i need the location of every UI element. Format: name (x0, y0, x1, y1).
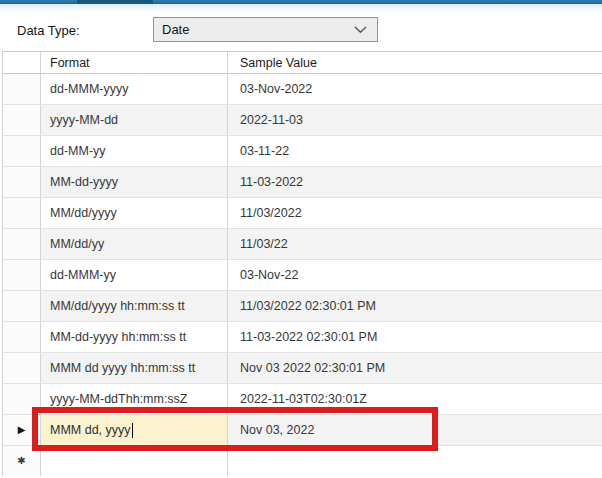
table-row[interactable]: dd-MMM-yy 03-Nov-22 (3, 260, 602, 291)
table-row[interactable]: ▶ MMM dd, yyyy Nov 03, 2022 (3, 415, 602, 446)
table-row[interactable]: MM-dd-yyyy 11-03-2022 (3, 167, 602, 198)
format-cell[interactable]: MM-dd-yyyy (41, 167, 228, 197)
table-row[interactable]: yyyy-MM-dd 2022-11-03 (3, 105, 602, 136)
format-cell[interactable]: MM/dd/yyyy (41, 198, 228, 228)
format-cell-text: MM-dd-yyyy hh:mm:ss tt (50, 330, 186, 344)
sample-value-cell[interactable] (228, 446, 602, 476)
row-header-cell[interactable]: ▶ (3, 415, 41, 445)
sample-value-cell[interactable]: 2022-11-03 (228, 105, 602, 135)
sample-value-cell[interactable]: 03-Nov-2022 (228, 74, 602, 104)
sample-value-cell[interactable]: 11/03/22 (228, 229, 602, 259)
row-header-cell[interactable] (3, 291, 41, 321)
format-cell-text: yyyy-MM-dd (50, 113, 118, 127)
sample-value-cell[interactable]: 11-03-2022 (228, 167, 602, 197)
row-header-cell[interactable] (3, 384, 41, 414)
current-row-icon: ▶ (18, 425, 26, 435)
row-header-cell[interactable] (3, 322, 41, 352)
format-cell[interactable]: dd-MM-yy (41, 136, 228, 166)
format-cell-text: yyyy-MM-ddThh:mm:ssZ (50, 392, 188, 406)
format-cell[interactable]: MMM dd yyyy hh:mm:ss tt (41, 353, 228, 383)
table-row[interactable]: MMM dd yyyy hh:mm:ss tt Nov 03 2022 02:3… (3, 353, 602, 384)
column-header-format[interactable]: Format (41, 52, 228, 73)
format-cell-text: MM/dd/yyyy hh:mm:ss tt (50, 299, 185, 313)
column-header-corner[interactable] (3, 52, 41, 73)
table-row[interactable]: dd-MM-yy 03-11-22 (3, 136, 602, 167)
sample-value-cell[interactable]: 11/03/2022 02:30:01 PM (228, 291, 602, 321)
table-row[interactable]: MM/dd/yyyy hh:mm:ss tt 11/03/2022 02:30:… (3, 291, 602, 322)
format-cell-text: MM/dd/yy (50, 237, 104, 251)
sample-value-cell[interactable]: 2022-11-03T02:30:01Z (228, 384, 602, 414)
format-cell-text: MM-dd-yyyy (50, 175, 118, 189)
format-cell[interactable]: dd-MMM-yy (41, 260, 228, 290)
sample-value-cell[interactable]: 11-03-2022 02:30:01 PM (228, 322, 602, 352)
chevron-down-icon (354, 26, 367, 34)
sample-value-cell[interactable]: 03-Nov-22 (228, 260, 602, 290)
row-header-cell[interactable]: ✱ (3, 446, 41, 476)
grid-header-row: Format Sample Value (3, 51, 602, 74)
format-cell-text: dd-MM-yy (50, 144, 106, 158)
row-header-cell[interactable] (3, 260, 41, 290)
format-cell[interactable]: yyyy-MM-ddThh:mm:ssZ (41, 384, 228, 414)
format-cell-text: MMM dd yyyy hh:mm:ss tt (50, 361, 195, 375)
table-row[interactable]: MM/dd/yy 11/03/22 (3, 229, 602, 260)
data-type-dropdown[interactable]: Date (153, 17, 378, 42)
format-cell[interactable] (41, 446, 228, 476)
format-cell-text: MM/dd/yyyy (50, 206, 117, 220)
sample-value-cell[interactable]: Nov 03, 2022 (228, 415, 602, 445)
data-type-label: Data Type: (17, 23, 80, 38)
format-cell[interactable]: MM-dd-yyyy hh:mm:ss tt (41, 322, 228, 352)
row-header-cell[interactable] (3, 198, 41, 228)
sample-value-cell[interactable]: 03-11-22 (228, 136, 602, 166)
format-cell-text: dd-MMM-yyyy (50, 82, 128, 96)
row-header-cell[interactable] (3, 105, 41, 135)
format-grid: Format Sample Value dd-MMM-yyyy 03-Nov-2… (2, 51, 602, 476)
grid-body: dd-MMM-yyyy 03-Nov-2022 yyyy-MM-dd 2022-… (3, 74, 602, 446)
table-row[interactable]: yyyy-MM-ddThh:mm:ssZ 2022-11-03T02:30:01… (3, 384, 602, 415)
new-row-icon: ✱ (17, 456, 25, 466)
row-header-cell[interactable] (3, 74, 41, 104)
format-cell-text: dd-MMM-yy (50, 268, 116, 282)
row-header-cell[interactable] (3, 353, 41, 383)
format-cell[interactable]: yyyy-MM-dd (41, 105, 228, 135)
window-top-fade (0, 4, 602, 12)
table-row[interactable]: MM/dd/yyyy 11/03/2022 (3, 198, 602, 229)
sample-value-cell[interactable]: Nov 03 2022 02:30:01 PM (228, 353, 602, 383)
format-cell[interactable]: dd-MMM-yyyy (41, 74, 228, 104)
format-cell[interactable]: MM/dd/yy (41, 229, 228, 259)
format-cell-text: MMM dd, yyyy (50, 423, 131, 437)
table-row[interactable]: MM-dd-yyyy hh:mm:ss tt 11-03-2022 02:30:… (3, 322, 602, 353)
table-row[interactable]: dd-MMM-yyyy 03-Nov-2022 (3, 74, 602, 105)
column-header-sample-value[interactable]: Sample Value (228, 52, 602, 73)
sample-value-cell[interactable]: 11/03/2022 (228, 198, 602, 228)
row-header-cell[interactable] (3, 229, 41, 259)
format-cell[interactable]: MMM dd, yyyy (41, 415, 228, 445)
new-row[interactable]: ✱ (3, 446, 602, 476)
data-type-dropdown-value: Date (162, 22, 189, 37)
text-cursor (132, 423, 133, 438)
row-header-cell[interactable] (3, 167, 41, 197)
format-cell[interactable]: MM/dd/yyyy hh:mm:ss tt (41, 291, 228, 321)
row-header-cell[interactable] (3, 136, 41, 166)
